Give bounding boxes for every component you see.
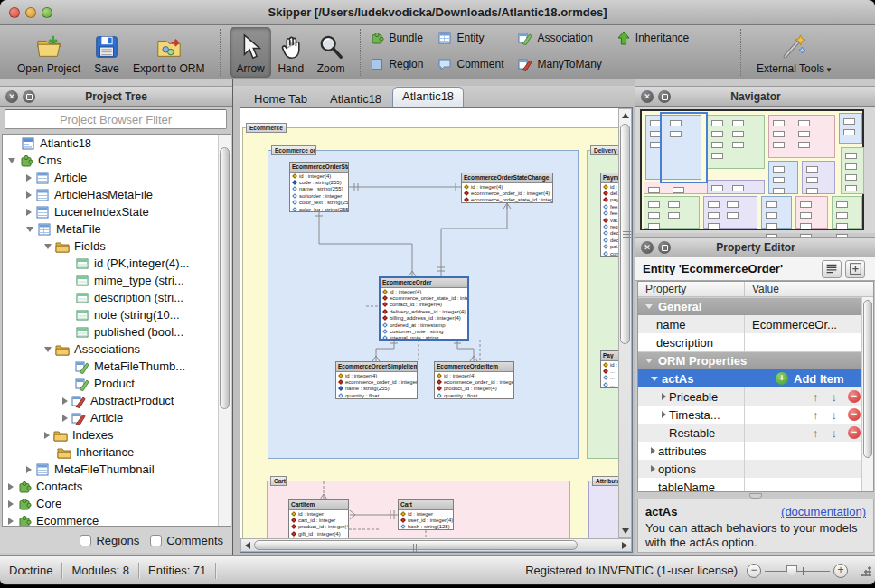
navigator-minimap[interactable] (640, 109, 864, 230)
checkbox-box[interactable] (80, 535, 91, 546)
tab-home-tab-0[interactable]: Home Tab (245, 90, 316, 107)
tree-item-articlehasmetafile[interactable]: ArticleHasMetaFile (3, 186, 231, 203)
canvas-hscrollbar[interactable] (240, 538, 632, 552)
move-down-icon[interactable]: ↓ (832, 408, 838, 422)
zoom-slider-thumb[interactable] (786, 565, 797, 577)
row-disclosure-icon[interactable] (651, 447, 655, 454)
disclosure-closed-icon[interactable] (8, 483, 14, 490)
disclosure-closed-icon[interactable] (26, 191, 32, 199)
manytomany-button[interactable]: ManyToMany (518, 54, 601, 74)
property-row-priceable[interactable]: Priceable↑↓− (638, 387, 873, 406)
tree-item-note-string-10[interactable]: note (string(10... (3, 306, 231, 323)
property-row-tablename[interactable]: tableName (638, 478, 873, 492)
entity-cart[interactable]: Cartid : integeruser_id : integer(4)hash… (398, 499, 454, 530)
add-item-icon[interactable]: + (776, 372, 788, 385)
zoom-slider-track[interactable] (765, 564, 830, 578)
disclosure-closed-icon[interactable] (62, 415, 68, 422)
zoom-in-button[interactable]: + (833, 564, 848, 578)
property-row-name[interactable]: nameEcommerceOr... (638, 315, 873, 333)
title-bar[interactable]: Skipper [/Users/ludekvodicka/Downloads/A… (0, 0, 875, 25)
tree-item-atlantic18[interactable]: Atlantic18 (3, 135, 231, 152)
tree-item-product[interactable]: Product (3, 375, 231, 392)
tree-item-id-pk-integer-4[interactable]: id (PK,integer(4)... (3, 255, 231, 272)
tree-item-associations[interactable]: Associations (3, 341, 231, 358)
property-row-actas[interactable]: actAs+Add Item (638, 369, 873, 387)
scroll-right-icon[interactable] (622, 542, 627, 549)
tree-item-fields[interactable]: Fields (3, 238, 231, 255)
arrow-tool-button[interactable]: Arrow (230, 27, 270, 78)
tree-item-description-stri[interactable]: description (stri... (3, 289, 231, 306)
tree-item-abstractproduct[interactable]: AbstractProduct (3, 392, 231, 409)
disclosure-open-icon[interactable] (8, 158, 15, 163)
zoom-tool-button[interactable]: Zoom (311, 27, 352, 78)
vscroll-thumb[interactable] (620, 124, 630, 344)
remove-item-icon[interactable]: − (848, 390, 861, 403)
open-project-button[interactable]: Open Project (11, 27, 87, 78)
scroll-up-icon[interactable] (622, 113, 629, 118)
entity-ecommerceordersimpleitem[interactable]: EcommerceOrderSimpleItemid : integer(4)e… (335, 361, 418, 399)
group-disclosure-icon[interactable] (645, 304, 653, 309)
tree-item-metafilethumb[interactable]: MetaFileThumb... (3, 358, 231, 375)
disclosure-closed-icon[interactable] (62, 397, 68, 405)
property-row-description[interactable]: description (638, 333, 873, 351)
property-table-scrollbar[interactable] (861, 297, 873, 492)
hand-tool-button[interactable]: Hand (271, 27, 311, 78)
add-item-label[interactable]: Add Item (794, 372, 844, 386)
tree-item-cms[interactable]: Cms (3, 152, 231, 169)
zoom-out-button[interactable]: − (747, 564, 761, 578)
tree-scrollbar-thumb[interactable] (220, 147, 230, 409)
external-tools-button[interactable]: External Tools▼ (750, 27, 839, 78)
property-row-options[interactable]: options (638, 460, 873, 478)
entity-ecommerceorderstatechange[interactable]: EcommerceOrderStateChangeid : integer(4)… (461, 173, 553, 203)
disclosure-closed-icon[interactable] (26, 466, 32, 473)
tab-atlantic18-1[interactable]: Atlantic18 (321, 90, 390, 107)
entity-ecommerceorderstate[interactable]: EcommerceOrderStateid : integer(4)code :… (289, 162, 349, 212)
move-up-icon[interactable]: ↑ (813, 408, 819, 422)
checkbox-regions[interactable]: Regions (80, 534, 139, 547)
export-orm-button[interactable]: Export to ORM (127, 27, 211, 78)
property-row-timesta[interactable]: Timesta...↑↓− (638, 406, 873, 424)
entity-cartitem[interactable]: CartItemid : integercart_id : integerpro… (288, 499, 349, 544)
align-view-icon[interactable] (822, 260, 842, 278)
canvas-vscrollbar[interactable] (618, 108, 632, 538)
group-disclosure-icon[interactable] (651, 377, 658, 381)
property-row-general[interactable]: General (638, 297, 873, 315)
remove-item-icon[interactable]: − (848, 408, 861, 421)
remove-item-icon[interactable]: − (848, 426, 861, 439)
hscroll-thumb[interactable] (254, 540, 578, 550)
move-down-icon[interactable]: ↓ (832, 390, 838, 404)
tree-item-metafilethumbnail[interactable]: MetaFileThumbnail (3, 461, 231, 478)
tree-item-core[interactable]: Core (3, 495, 231, 512)
checkbox-box[interactable] (150, 535, 162, 546)
tree-item-metafile[interactable]: MetaFile (3, 220, 231, 238)
entity-button[interactable]: Entity (438, 28, 503, 48)
tree-item-indexes[interactable]: Indexes (3, 426, 231, 443)
save-button[interactable]: Save (87, 27, 127, 78)
diagram-canvas[interactable]: EcommerceEcommerce orderDelivery and pay… (240, 107, 633, 553)
property-scrollbar-thumb[interactable] (863, 300, 872, 458)
tree-item-luceneindexstate[interactable]: LuceneIndexState (3, 203, 231, 220)
tree-item-mime-type-stri[interactable]: mime_type (stri... (3, 272, 231, 289)
documentation-link[interactable]: (documentation) (781, 505, 866, 518)
row-disclosure-icon[interactable] (662, 411, 666, 418)
region-button[interactable]: Region (370, 54, 423, 74)
window-resize-grip[interactable] (861, 565, 871, 576)
disclosure-open-icon[interactable] (44, 244, 52, 249)
tab-atlantic18-2[interactable]: Atlantic18 (392, 87, 464, 107)
minimap-viewport[interactable] (660, 112, 708, 183)
disclosure-closed-icon[interactable] (44, 432, 50, 439)
inheritance-button[interactable]: Inheritance (616, 28, 689, 48)
tree-item-ecommerce[interactable]: Ecommerce (3, 512, 231, 527)
tree-item-article[interactable]: Article (3, 169, 231, 186)
tree-item-contacts[interactable]: Contacts (3, 478, 231, 495)
disclosure-open-icon[interactable] (26, 227, 33, 232)
move-down-icon[interactable]: ↓ (832, 426, 838, 440)
disclosure-closed-icon[interactable] (26, 174, 32, 182)
move-up-icon[interactable]: ↑ (813, 390, 819, 404)
property-row-attributes[interactable]: attributes (638, 442, 873, 460)
checkbox-comments[interactable]: Comments (150, 534, 223, 547)
row-disclosure-icon[interactable] (651, 465, 655, 472)
entity-ecommerceorderitem[interactable]: EcommerceOrderItemid : integer(4)ecommer… (434, 361, 514, 399)
property-row-restable[interactable]: Restable↑↓− (638, 424, 873, 442)
row-disclosure-icon[interactable] (662, 393, 666, 400)
